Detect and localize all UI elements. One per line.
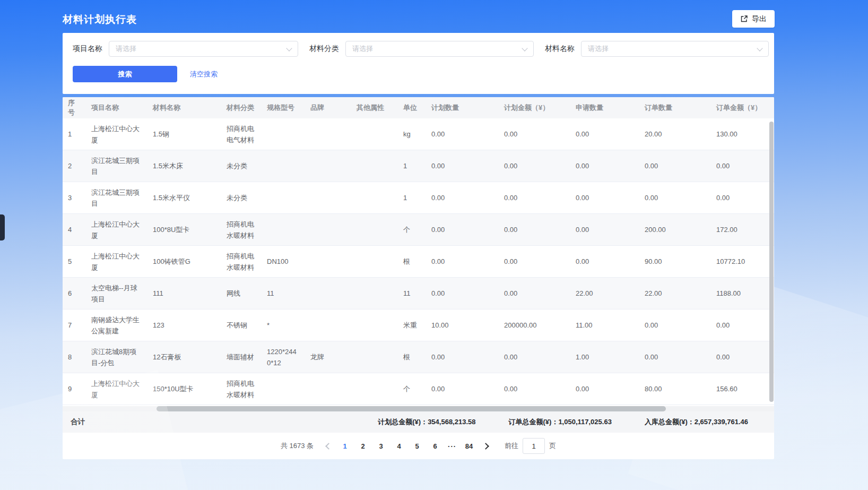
- page-suffix-label: 页: [549, 441, 556, 451]
- table-row[interactable]: 7南钢盛达大学生公寓新建123不锈钢*米重10.00200000.0011.00…: [63, 310, 774, 341]
- search-button[interactable]: 搜索: [73, 66, 177, 82]
- sidebar-collapse-handle[interactable]: [0, 214, 5, 240]
- page-number-3[interactable]: 3: [373, 439, 389, 453]
- table-cell: 个: [398, 214, 426, 245]
- page-number-6[interactable]: 6: [427, 439, 443, 453]
- column-header: 计划数量: [426, 97, 499, 118]
- column-header: 订单数量: [639, 97, 711, 118]
- table-cell: [262, 214, 305, 245]
- table-cell: [351, 214, 398, 245]
- column-header: 材料分类: [221, 97, 262, 118]
- table-cell: [351, 246, 398, 277]
- table-row[interactable]: 2滨江花城三期项目1.5米木床未分类10.000.000.000.000.00: [63, 150, 774, 182]
- table-cell: [262, 182, 305, 213]
- export-button-label: 导出: [752, 14, 767, 24]
- table-cell: 南钢盛达大学生公寓新建: [86, 310, 147, 341]
- table-cell: 0.00: [426, 373, 499, 405]
- table-cell: 8: [63, 341, 86, 373]
- table-cell: [305, 214, 351, 245]
- table-row[interactable]: 3滨江花城三期项目1.5米水平仪未分类10.000.000.000.000.00: [63, 182, 774, 214]
- table-row[interactable]: 9上海松江中心大厦150*10U型卡招商机电水暖材料个0.000.000.008…: [63, 373, 774, 405]
- table-cell: 0.00: [570, 373, 639, 405]
- horizontal-scrollbar-thumb[interactable]: [157, 406, 666, 411]
- filter-select-1[interactable]: 请选择: [109, 41, 298, 57]
- page-number-84[interactable]: 84: [461, 439, 477, 453]
- select-placeholder: 请选择: [588, 44, 609, 54]
- table-cell: 90.00: [639, 246, 711, 277]
- table-cell: 200.00: [639, 214, 711, 245]
- horizontal-scrollbar-track[interactable]: [63, 406, 774, 411]
- table-cell: 123: [147, 310, 221, 341]
- page-number-4[interactable]: 4: [391, 439, 407, 453]
- table-cell: [305, 246, 351, 277]
- table-cell: 0.00: [426, 118, 499, 150]
- goto-page-group: 前往 页: [505, 438, 556, 454]
- chevron-down-icon: [522, 45, 527, 51]
- summary-total-label: 合计: [71, 417, 85, 427]
- filter-select-3[interactable]: 请选择: [581, 41, 769, 57]
- table-cell: 0.00: [499, 373, 570, 405]
- page-number-5[interactable]: 5: [409, 439, 425, 453]
- column-header: 订单金额（¥）: [711, 97, 774, 118]
- table-cell: 网线: [221, 278, 262, 309]
- table-cell: DN100: [262, 246, 305, 277]
- export-icon: [740, 15, 748, 23]
- filter-label: 材料名称: [545, 44, 575, 54]
- table-cell: 根: [398, 246, 426, 277]
- table-cell: [351, 182, 398, 213]
- table-cell: 150*10U型卡: [147, 373, 221, 405]
- column-header: 单位: [398, 97, 426, 118]
- table-row[interactable]: 4上海松江中心大厦100*8U型卡招商机电水暖材料个0.000.000.0020…: [63, 214, 774, 246]
- clear-search-link[interactable]: 清空搜索: [190, 70, 218, 79]
- table-cell: 0.00: [426, 182, 499, 213]
- table-cell: 22.00: [570, 278, 639, 309]
- table-cell: 0.00: [499, 278, 570, 309]
- table-cell: 0.00: [499, 182, 570, 213]
- table-cell: 11.00: [570, 310, 639, 341]
- export-button[interactable]: 导出: [732, 10, 775, 28]
- table-cell: 0.00: [499, 341, 570, 373]
- table-cell: 太空电梯--月球项目: [86, 278, 147, 309]
- table-panel: 序号项目名称材料名称材料分类规格型号品牌其他属性单位计划数量计划金额（¥）申请数…: [63, 97, 774, 459]
- table-cell: 未分类: [221, 182, 262, 213]
- column-header: 计划金额（¥）: [499, 97, 570, 118]
- table-cell: 1: [398, 150, 426, 182]
- table-row[interactable]: 1上海松江中心大厦1.5钢招商机电电气材料kg0.000.000.0020.00…: [63, 118, 774, 150]
- goto-page-input[interactable]: [523, 438, 545, 454]
- table-cell: 龙牌: [305, 341, 351, 373]
- vertical-scrollbar-thumb[interactable]: [769, 122, 774, 402]
- table-cell: 0.00: [426, 246, 499, 277]
- next-page-button[interactable]: [478, 439, 493, 453]
- table-cell: [351, 118, 398, 150]
- table-cell: 1: [398, 182, 426, 213]
- goto-label: 前往: [505, 441, 518, 451]
- filter-select-2[interactable]: 请选择: [345, 41, 534, 57]
- pagination-total: 共 1673 条: [281, 441, 314, 451]
- table-cell: 未分类: [221, 150, 262, 182]
- page-ellipsis[interactable]: ···: [444, 442, 460, 450]
- prev-page-button[interactable]: [321, 439, 336, 453]
- table-cell: kg: [398, 118, 426, 150]
- table-cell: 上海松江中心大厦: [86, 118, 147, 150]
- table-cell: 6: [63, 278, 86, 309]
- table-cell: 0.00: [711, 341, 774, 373]
- table-cell: 0.00: [639, 310, 711, 341]
- table-cell: 墙面辅材: [221, 341, 262, 373]
- table-cell: 1188.00: [711, 278, 774, 309]
- summary-row: 合计 计划总金额(¥)：354,568,213.58 订单总金额(¥)：1,05…: [63, 411, 774, 433]
- table-cell: [305, 182, 351, 213]
- table-cell: 100*8U型卡: [147, 214, 221, 245]
- table-cell: 招商机电水暖材料: [221, 373, 262, 405]
- table-cell: 7: [63, 310, 86, 341]
- filter-field-3: 材料名称请选择: [545, 41, 780, 57]
- table-cell: 130.00: [711, 118, 774, 150]
- table-cell: 2: [63, 150, 86, 182]
- table-cell: 滨江花城三期项目: [86, 182, 147, 213]
- table-row[interactable]: 8滨江花城8期项目-分包12石膏板墙面辅材1220*2440*12龙牌根0.00…: [63, 341, 774, 373]
- table-cell: 4: [63, 214, 86, 245]
- table-row[interactable]: 5上海松江中心大厦100铸铁管G招商机电水暖材料DN100根0.000.000.…: [63, 246, 774, 278]
- page-number-2[interactable]: 2: [355, 439, 371, 453]
- page-title: 材料计划执行表: [63, 13, 137, 27]
- page-number-1[interactable]: 1: [337, 439, 353, 453]
- table-row[interactable]: 6太空电梯--月球项目111网线11110.000.0022.0022.0011…: [63, 278, 774, 310]
